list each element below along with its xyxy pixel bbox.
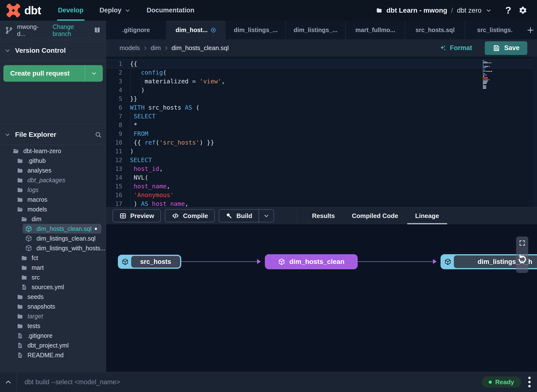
build-dropdown-caret[interactable] — [259, 210, 274, 222]
kebab-menu-icon[interactable] — [527, 376, 532, 388]
tree-item-dim-hosts-clean-sql[interactable]: dim_hosts_clean.sql — [0, 224, 106, 234]
tree-item-dim-listings-clean-sql[interactable]: dim_listings_clean.sql — [0, 234, 106, 243]
new-tab-plus-icon[interactable] — [525, 21, 536, 39]
docs-book-icon[interactable] — [93, 26, 101, 35]
tree-item-dim-listings-with-hosts-[interactable]: dim_listings_with_hosts... — [0, 243, 106, 253]
tree-item-macros[interactable]: macros — [0, 195, 106, 204]
code-line-1[interactable]: 1{{ — [106, 60, 537, 68]
dbt-logo[interactable]: dbt — [6, 3, 41, 18]
file-explorer-header[interactable]: File Explorer — [0, 124, 106, 145]
code-line-4[interactable]: 4 ) — [106, 86, 537, 95]
tree-item-label: seeds — [27, 293, 44, 300]
breadcrumb-models[interactable]: models — [120, 44, 140, 52]
tree-item-src[interactable]: src — [0, 272, 106, 282]
folder-icon — [21, 274, 27, 281]
line-number: 1 — [106, 60, 125, 68]
tree-item-fct[interactable]: fct — [0, 253, 106, 263]
preview-button[interactable]: Preview — [113, 209, 161, 222]
editor-tab-src-hosts-sql[interactable]: src_hosts.sql — [405, 21, 465, 39]
tree-item--gitignore[interactable]: .gitignore — [0, 331, 106, 340]
code-line-14[interactable]: 14 NVL( — [106, 173, 537, 182]
tree-item-readme-md[interactable]: README.md — [0, 350, 106, 360]
floppy-disk-icon — [493, 44, 500, 52]
tree-item-sources-yml[interactable]: sources.yml — [0, 282, 106, 292]
line-content: host_id, — [125, 165, 537, 173]
lineage-canvas[interactable]: src_hosts dim_hosts_clean dim_listings_w… — [106, 224, 537, 372]
editor-tab-dim-listings-[interactable]: dim_listings_... — [286, 21, 345, 39]
chevron-right-icon — [142, 45, 148, 51]
code-line-13[interactable]: 13 host_id, — [106, 165, 537, 173]
code-line-10[interactable]: 10 {{ ref('src_hosts') }} — [106, 138, 537, 147]
code-line-17[interactable]: 17 ) AS host_name, — [106, 200, 537, 207]
fullscreen-icon[interactable] — [519, 239, 526, 247]
code-line-12[interactable]: 12SELECT — [106, 156, 537, 165]
nav-documentation[interactable]: Documentation — [147, 0, 195, 21]
code-line-7[interactable]: 7 SELECT — [106, 112, 537, 121]
pr-dropdown-caret[interactable] — [85, 65, 103, 82]
code-line-15[interactable]: 15 host_name, — [106, 182, 537, 191]
code-line-11[interactable]: 11) — [106, 147, 537, 156]
editor-scrollbar[interactable] — [533, 57, 537, 207]
build-button[interactable]: Build — [219, 209, 274, 222]
search-icon[interactable] — [95, 131, 102, 138]
save-button[interactable]: Save — [485, 41, 527, 55]
tree-item-tests[interactable]: tests — [0, 321, 106, 331]
editor-tab--gitignore[interactable]: .gitignore — [106, 21, 166, 39]
format-button[interactable]: Format — [439, 44, 472, 52]
editor-tab-mart-fullmo-[interactable]: mart_fullmo... — [345, 21, 405, 39]
code-line-9[interactable]: 9 FROM — [106, 130, 537, 138]
lineage-node-src-hosts[interactable]: src_hosts — [118, 255, 181, 269]
line-content: {{ ref('src_hosts') }} — [125, 138, 537, 147]
tree-item-label: fct — [32, 254, 38, 261]
tree-item-dbt-packages[interactable]: dbt_packages — [0, 175, 106, 185]
code-line-6[interactable]: 6WITH src_hosts AS ( — [106, 103, 537, 112]
code-line-16[interactable]: 16 'Anonymous' — [106, 191, 537, 200]
tree-item-dim[interactable]: dim — [0, 214, 106, 224]
tab-results[interactable]: Results — [304, 207, 343, 224]
help-icon[interactable]: ? — [505, 5, 511, 16]
refresh-icon[interactable] — [517, 254, 528, 265]
code-line-5[interactable]: 5}} — [106, 95, 537, 103]
editor-tab-src-listings-[interactable]: src_listings. — [465, 21, 525, 39]
folder-icon — [17, 167, 23, 174]
tree-item-label: src — [32, 274, 40, 281]
editor-tab-dim-host-[interactable]: dim_host... — [166, 21, 226, 39]
tree-item-models[interactable]: models — [0, 204, 106, 214]
project-switcher[interactable]: dbt Learn - mwong / dbt zero — [376, 7, 492, 14]
line-content: ) — [125, 147, 537, 156]
branch-name: mwong-d... — [17, 23, 46, 37]
line-content: * — [125, 121, 537, 130]
result-tabs: ResultsCompiled CodeLineage — [297, 207, 537, 224]
create-pull-request-button[interactable]: Create pull request — [3, 65, 103, 82]
version-control-header[interactable]: Version Control — [0, 40, 106, 61]
chevron-up-icon[interactable] — [0, 378, 17, 386]
tab-lineage[interactable]: Lineage — [407, 207, 447, 224]
editor-minimap[interactable] — [483, 60, 497, 89]
tree-item-mart[interactable]: mart — [0, 263, 106, 272]
tree-item-seeds[interactable]: seeds — [0, 292, 106, 302]
grid-icon — [119, 212, 127, 219]
code-line-8[interactable]: 8 * — [106, 121, 537, 130]
change-branch-link[interactable]: Change branch — [52, 23, 93, 37]
editor-tab-dim-listings-[interactable]: dim_listings_... — [226, 21, 286, 39]
tab-compiled-code[interactable]: Compiled Code — [344, 207, 406, 224]
tree-item-snapshots[interactable]: snapshots — [0, 302, 106, 311]
code-editor[interactable]: 1{{2 config(3 materialized = 'view',4 )5… — [106, 57, 537, 207]
tree-item-analyses[interactable]: analyses — [0, 166, 106, 175]
command-input[interactable]: dbt build --select <model_name> — [25, 378, 120, 386]
tree-item-label: dim_listings_with_hosts... — [36, 245, 105, 252]
tree-item-dbt-project-yml[interactable]: dbt_project.yml — [0, 340, 106, 350]
nav-develop[interactable]: Develop — [58, 0, 84, 21]
gear-icon[interactable] — [519, 6, 527, 15]
lineage-node-dim-hosts-clean[interactable]: dim_hosts_clean — [265, 254, 358, 269]
breadcrumb-dim[interactable]: dim — [151, 44, 161, 52]
tree-item-dbt-learn-zero[interactable]: dbt-learn-zero — [0, 146, 106, 156]
tree-item--github[interactable]: .github — [0, 156, 106, 166]
code-line-2[interactable]: 2 config( — [106, 68, 537, 77]
code-line-3[interactable]: 3 materialized = 'view', — [106, 77, 537, 86]
tree-item-logs[interactable]: logs — [0, 185, 106, 195]
line-content: SELECT — [125, 156, 537, 165]
compile-button[interactable]: Compile — [165, 209, 215, 222]
nav-deploy[interactable]: Deploy — [100, 0, 131, 21]
tree-item-target[interactable]: target — [0, 311, 106, 321]
